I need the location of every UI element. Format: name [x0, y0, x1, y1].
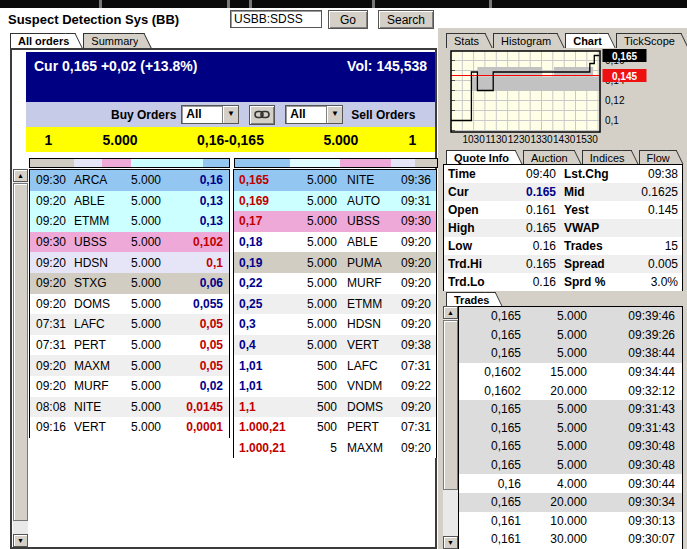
order-time: 09:30: [36, 173, 74, 187]
sell-order-row[interactable]: 0,3 5.000 HDSN 09:20: [234, 314, 436, 335]
sell-order-row[interactable]: 1.000,21 500 PERT 07:31: [234, 417, 436, 438]
scroll-down-button[interactable]: ▼: [13, 534, 28, 547]
trade-row[interactable]: 0,165 5.000 09:30:48: [459, 437, 682, 456]
order-size: 5.000: [124, 276, 161, 290]
buy-order-row[interactable]: 09:20 MURF 5.000 0,02: [30, 376, 229, 397]
quote-tab[interactable]: Auction: [523, 150, 572, 164]
analysis-tab[interactable]: TickScope: [616, 33, 679, 48]
sell-order-row[interactable]: 0,22 5.000 MURF 09:20: [234, 273, 436, 294]
trade-row[interactable]: 0,161 10.000 09:30:13: [459, 512, 682, 531]
buy-order-row[interactable]: 08:08 NITE 5.000 0,0145: [30, 397, 229, 418]
order-time: 07:31: [389, 359, 431, 373]
buy-order-row[interactable]: 09:20 ETMM 5.000 0,13: [30, 211, 229, 232]
buy-order-row[interactable]: 07:31 PERT 5.000 0,05: [30, 335, 229, 356]
order-price: 1.000,21: [239, 441, 301, 455]
trades-tab[interactable]: Trades: [446, 292, 493, 306]
buy-order-row[interactable]: 09:20 HDSN 5.000 0,1: [30, 252, 229, 273]
order-time: 09:20: [36, 276, 74, 290]
trade-row[interactable]: 0,1602 15.000 09:34:44: [459, 363, 682, 382]
orderbook-tab[interactable]: Summary: [83, 33, 142, 48]
order-size: 5.000: [124, 297, 161, 311]
chevron-down-icon[interactable]: ▼: [222, 106, 238, 123]
analysis-tab[interactable]: Stats: [446, 33, 483, 48]
current-price-line: Cur 0,165 +0,02 (+13.8%): [34, 58, 197, 102]
sell-order-row[interactable]: 1.000,21 5 MAXM 09:20: [234, 438, 436, 459]
order-venue: DOMS: [74, 297, 124, 311]
trade-row[interactable]: 0,16 4.000 09:30:44: [459, 474, 682, 493]
trades-table: 0,165 5.000 09:39:46 0,165 5.000 09:39:2…: [458, 306, 683, 549]
scroll-down-button[interactable]: ▼: [443, 536, 458, 549]
scroll-up-button[interactable]: ▲: [443, 306, 458, 319]
sell-order-row[interactable]: 0,4 5.000 VERT 09:38: [234, 335, 436, 356]
buy-order-row[interactable]: 09:20 MAXM 5.000 0,05: [30, 355, 229, 376]
trade-row[interactable]: 0,165 5.000 09:31:43: [459, 419, 682, 438]
order-size: 5.000: [301, 256, 337, 270]
symbol-input[interactable]: [230, 10, 322, 28]
order-size: 5.000: [301, 194, 337, 208]
scrollbar-thumb[interactable]: [443, 320, 458, 490]
trade-row[interactable]: 0,165 5.000 09:38:44: [459, 344, 682, 363]
link-orders-button[interactable]: [249, 105, 275, 125]
quote-tab[interactable]: Quote Info: [446, 150, 513, 164]
order-size: 5.000: [301, 297, 337, 311]
search-button[interactable]: Search: [378, 10, 434, 29]
sell-order-row[interactable]: 0,25 5.000 ETMM 09:20: [234, 294, 436, 315]
trades-scrollbar[interactable]: ▲ ▼: [443, 306, 458, 549]
order-size: 5.000: [301, 317, 337, 331]
sell-order-row[interactable]: 1,01 500 LAFC 07:31: [234, 355, 436, 376]
order-venue: AUTO: [347, 194, 389, 208]
quote-label: Spread: [564, 257, 620, 271]
buy-order-row[interactable]: 09:30 ARCA 5.000 0,16: [30, 170, 229, 191]
orderbook-tab[interactable]: All orders: [10, 33, 73, 48]
trade-row[interactable]: 0,165 5.000 09:31:43: [459, 400, 682, 419]
order-venue: ETMM: [347, 297, 389, 311]
scroll-up-button[interactable]: ▲: [13, 169, 28, 182]
trade-row[interactable]: 0,165 5.000 09:30:48: [459, 456, 682, 475]
analysis-tab[interactable]: Histogram: [493, 33, 555, 48]
order-venue: STXG: [74, 276, 124, 290]
trade-row[interactable]: 0,1602 20.000 09:32:12: [459, 381, 682, 400]
chevron-down-icon[interactable]: ▼: [326, 106, 342, 123]
trade-row[interactable]: 0,165 5.000 09:39:26: [459, 326, 682, 345]
go-button[interactable]: Go: [328, 10, 368, 29]
sell-order-row[interactable]: 1,1 500 DOMS 09:20: [234, 397, 436, 418]
legend-segment: [30, 159, 74, 167]
trade-size: 5.000: [521, 402, 587, 416]
sell-order-row[interactable]: 1,01 500 VNDM 09:22: [234, 376, 436, 397]
sell-order-row[interactable]: 0,169 5.000 AUTO 09:31: [234, 191, 436, 212]
trade-size: 30.000: [521, 532, 587, 546]
buy-filter-dropdown[interactable]: All ▼: [181, 105, 239, 124]
buy-order-row[interactable]: 09:16 VERT 5.000 0,0001: [30, 417, 229, 438]
buy-order-row[interactable]: 09:20 DOMS 5.000 0,055: [30, 294, 229, 315]
order-time: 09:20: [36, 359, 74, 373]
sell-filter-dropdown[interactable]: All ▼: [285, 105, 343, 124]
sell-order-row[interactable]: 0,19 5.000 PUMA 09:20: [234, 252, 436, 273]
buy-order-row[interactable]: 07:31 LAFC 5.000 0,05: [30, 314, 229, 335]
buy-order-row[interactable]: 09:30 UBSS 5.000 0,102: [30, 232, 229, 253]
trade-row[interactable]: 0,165 20.000 09:30:34: [459, 493, 682, 512]
trade-time: 09:30:07: [587, 532, 675, 546]
quote-label: Yest: [564, 203, 620, 217]
page-title: Suspect Detection Sys (BB): [8, 12, 179, 27]
orderbook-scrollbar[interactable]: ▲ ▼: [13, 169, 28, 547]
analysis-tab[interactable]: Chart: [565, 33, 606, 48]
trade-row[interactable]: 0,161 30.000 09:30:07: [459, 530, 682, 549]
legend-segment: [203, 159, 229, 167]
sell-order-row[interactable]: 0,18 5.000 ABLE 09:20: [234, 232, 436, 253]
order-venue: PUMA: [347, 256, 389, 270]
quote-tab[interactable]: Flow: [639, 150, 674, 164]
buy-order-row[interactable]: 09:20 STXG 5.000 0,06: [30, 273, 229, 294]
order-time: 09:30: [36, 235, 74, 249]
scrollbar-thumb[interactable]: [13, 183, 28, 521]
trade-size: 5.000: [521, 328, 587, 342]
buy-order-row[interactable]: 09:20 ABLE 5.000 0,13: [30, 191, 229, 212]
quote-tab[interactable]: Indices: [582, 150, 629, 164]
order-time: 09:20: [389, 297, 431, 311]
order-time: 09:38: [389, 338, 431, 352]
sell-order-row[interactable]: 0,165 5.000 NITE 09:36: [234, 170, 436, 191]
order-price: 0,05: [161, 338, 223, 352]
order-venue: MURF: [347, 276, 389, 290]
trade-price: 0,165: [459, 421, 521, 435]
trade-row[interactable]: 0,165 5.000 09:39:46: [459, 307, 682, 326]
sell-order-row[interactable]: 0,17 5.000 UBSS 09:30: [234, 211, 436, 232]
